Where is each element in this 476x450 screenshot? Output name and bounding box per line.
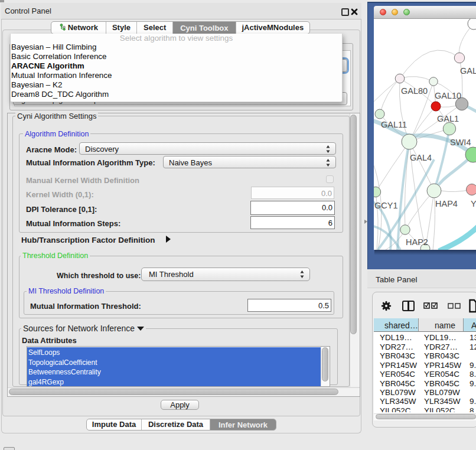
svg-text:SWI4: SWI4 — [450, 138, 471, 147]
svg-text:HAP4: HAP4 — [435, 199, 458, 208]
svg-text:GAL7: GAL7 — [460, 66, 476, 76]
svg-text:GAL80: GAL80 — [401, 86, 428, 96]
svg-text:GAL4: GAL4 — [410, 153, 432, 162]
svg-text:GAL1: GAL1 — [437, 114, 459, 123]
svg-text:GAL11: GAL11 — [381, 120, 407, 129]
svg-text:GAL10: GAL10 — [435, 91, 461, 100]
svg-text:HAP2: HAP2 — [406, 237, 428, 247]
svg-text:GCY1: GCY1 — [374, 201, 398, 210]
svg-text:Y: Y — [471, 199, 476, 208]
